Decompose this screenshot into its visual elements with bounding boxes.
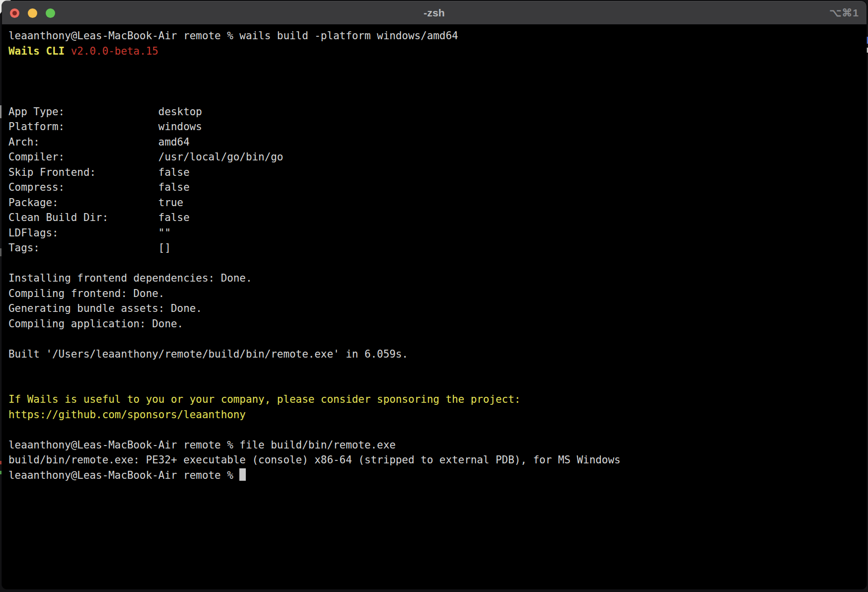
config-label: Skip Frontend: (8, 166, 158, 178)
close-modified-dot-icon (12, 11, 17, 15)
terminal-line: build/bin/remote.exe: PE32+ executable (… (8, 452, 863, 468)
terminal-line: Compress: false (8, 180, 863, 195)
terminal-line (8, 422, 863, 438)
config-label: Platform: (8, 121, 158, 133)
terminal-line (8, 362, 863, 377)
terminal-line: Skip Frontend: false (8, 165, 863, 180)
terminal-line (8, 59, 863, 74)
terminal-line: Wails CLI v2.0.0-beta.15 (8, 44, 863, 59)
terminal-line (8, 74, 863, 89)
config-label: Tags: (8, 242, 158, 254)
terminal-text: Wails CLI (8, 45, 71, 57)
terminal-text: v2.0.0-beta.15 (71, 45, 158, 57)
terminal-line: Clean Build Dir: false (8, 210, 863, 225)
terminal-line: leaanthony@Leas-MacBook-Air remote % wai… (8, 28, 863, 44)
config-value: windows (158, 121, 202, 133)
config-value: desktop (158, 106, 202, 118)
window-shortcut-badge: ⌥⌘1 (829, 1, 859, 24)
config-value: false (158, 166, 190, 178)
config-value: /usr/local/go/bin/go (158, 151, 284, 163)
terminal-line: leaanthony@Leas-MacBook-Air remote % (8, 468, 863, 483)
minimize-button[interactable] (28, 8, 37, 18)
terminal-line: Compiling application: Done. (8, 316, 863, 332)
config-label: Clean Build Dir: (8, 212, 158, 223)
desktop-edge-artifact (0, 105, 1, 118)
zoom-button[interactable] (46, 8, 55, 18)
close-button[interactable] (10, 8, 19, 18)
terminal-text: leaanthony@Leas-MacBook-Air remote % fil… (8, 439, 396, 451)
terminal-line (8, 377, 863, 392)
config-value: true (158, 197, 183, 209)
block-cursor (239, 468, 246, 481)
terminal-text: Generating bundle assets: Done. (8, 302, 202, 314)
terminal-line: Package: true (8, 195, 863, 211)
terminal-line: Installing frontend dependencies: Done. (8, 271, 863, 286)
config-value: amd64 (158, 136, 190, 148)
terminal-line: Generating bundle assets: Done. (8, 301, 863, 316)
terminal-line: https://github.com/sponsors/leaanthony (8, 407, 863, 423)
terminal-line: LDFlags: "" (8, 225, 863, 241)
terminal-line: Compiler: /usr/local/go/bin/go (8, 149, 863, 165)
config-label: Arch: (8, 136, 158, 148)
config-label: Compress: (8, 181, 158, 193)
terminal-line: App Type: desktop (8, 104, 863, 120)
terminal-line: Compiling frontend: Done. (8, 286, 863, 301)
terminal-window: -zsh ⌥⌘1 leaanthony@Leas-MacBook-Air rem… (2, 1, 867, 589)
terminal-text: Installing frontend dependencies: Done. (8, 272, 252, 284)
terminal-line (8, 89, 863, 104)
terminal-text: Compiling application: Done. (8, 318, 183, 330)
titlebar[interactable]: -zsh ⌥⌘1 (2, 1, 867, 24)
config-label: App Type: (8, 106, 158, 118)
terminal-text: Built '/Users/leaanthony/remote/build/bi… (8, 348, 408, 360)
desktop-edge-artifact (0, 461, 1, 464)
terminal-line: If Wails is useful to you or your compan… (8, 392, 863, 407)
config-value: false (158, 181, 190, 193)
terminal-line: Tags: [] (8, 240, 863, 256)
terminal-line: Arch: amd64 (8, 135, 863, 150)
terminal-text: If Wails is useful to you or your compan… (8, 393, 520, 405)
sponsor-link[interactable]: https://github.com/sponsors/leaanthony (8, 409, 246, 421)
terminal-text: build/bin/remote.exe: PE32+ executable (… (8, 454, 621, 466)
terminal-line (8, 331, 863, 347)
config-value: [] (158, 242, 171, 254)
config-value: "" (158, 227, 171, 239)
terminal-line (8, 256, 863, 271)
terminal-line: leaanthony@Leas-MacBook-Air remote % fil… (8, 438, 863, 453)
terminal-line: Platform: windows (8, 119, 863, 135)
traffic-lights (10, 1, 55, 24)
config-label: Package: (8, 197, 158, 209)
config-label: Compiler: (8, 151, 158, 163)
terminal-text: leaanthony@Leas-MacBook-Air remote % wai… (8, 30, 458, 42)
terminal-line: Built '/Users/leaanthony/remote/build/bi… (8, 347, 863, 362)
terminal-text: Compiling frontend: Done. (8, 288, 164, 299)
desktop-edge-artifact (0, 471, 1, 474)
terminal-screen[interactable]: leaanthony@Leas-MacBook-Air remote % wai… (2, 25, 867, 589)
config-label: LDFlags: (8, 227, 158, 239)
config-value: false (158, 212, 190, 223)
desktop-edge-artifact (0, 248, 1, 256)
window-title: -zsh (424, 7, 445, 19)
shell-prompt: leaanthony@Leas-MacBook-Air remote % (8, 469, 239, 481)
